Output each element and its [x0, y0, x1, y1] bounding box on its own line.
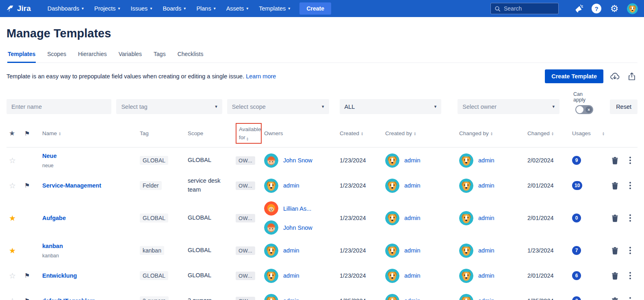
- search-input[interactable]: [504, 5, 553, 12]
- user-link[interactable]: admin: [404, 182, 421, 189]
- user-link[interactable]: admin: [283, 182, 299, 189]
- row-menu-button[interactable]: [622, 297, 637, 300]
- user-link[interactable]: Lillian As...: [283, 205, 311, 212]
- row-menu-button[interactable]: [622, 157, 637, 164]
- usages-badge[interactable]: 2: [572, 296, 581, 300]
- created-by-column-header[interactable]: Created by▲▼: [385, 130, 459, 136]
- user-link[interactable]: admin: [404, 157, 421, 164]
- create-button[interactable]: Create: [299, 2, 331, 15]
- template-name-link[interactable]: Aufgabe: [42, 215, 134, 221]
- usages-badge[interactable]: 0: [572, 214, 581, 222]
- tab-hierarchies[interactable]: Hierarchies: [78, 48, 107, 63]
- available-for-column-header[interactable]: Available for▲▼: [236, 123, 264, 144]
- scope-column-header[interactable]: Scope: [188, 130, 236, 136]
- available-for-chip[interactable]: OW...: [236, 272, 255, 280]
- delete-button[interactable]: [607, 297, 622, 300]
- megaphone-icon: [574, 4, 583, 13]
- import-button[interactable]: [609, 71, 620, 82]
- tab-tags[interactable]: Tags: [153, 48, 166, 63]
- favorite-star-icon[interactable]: ☆: [7, 271, 24, 281]
- row-menu-button[interactable]: [622, 182, 637, 189]
- usages-badge[interactable]: 6: [572, 271, 581, 280]
- learn-more-link[interactable]: Learn more: [246, 73, 276, 80]
- user-link[interactable]: admin: [478, 182, 494, 189]
- favorite-star-icon[interactable]: ☆: [7, 296, 24, 300]
- tab-variables[interactable]: Variables: [118, 48, 142, 63]
- tag-column-header[interactable]: Tag: [140, 130, 188, 136]
- name-filter-input[interactable]: [7, 99, 111, 114]
- favorite-star-icon[interactable]: ☆: [7, 156, 24, 165]
- delete-button[interactable]: [607, 157, 622, 164]
- create-template-button[interactable]: Create Template: [545, 69, 603, 83]
- available-for-chip[interactable]: OW...: [236, 246, 255, 255]
- nav-plans[interactable]: Plans▾: [192, 0, 220, 17]
- nav-assets[interactable]: Assets▾: [222, 0, 253, 17]
- usages-column-header[interactable]: Usages▲▼: [572, 130, 607, 136]
- template-name-link[interactable]: Service-Management: [42, 182, 134, 189]
- jira-logo[interactable]: Jira: [6, 4, 31, 13]
- help-button[interactable]: ?: [590, 2, 603, 15]
- tab-scopes[interactable]: Scopes: [47, 48, 67, 63]
- available-for-chip[interactable]: OW...: [236, 181, 255, 190]
- delete-button[interactable]: [607, 182, 622, 190]
- available-for-chip[interactable]: OW...: [236, 214, 255, 222]
- user-link[interactable]: admin: [283, 247, 299, 254]
- user-link[interactable]: admin: [478, 298, 494, 300]
- row-menu-button[interactable]: [622, 272, 637, 279]
- user-link[interactable]: admin: [478, 247, 494, 254]
- template-name-link[interactable]: default IT+problem: [42, 298, 134, 300]
- export-button[interactable]: [626, 71, 637, 82]
- user-link[interactable]: admin: [404, 215, 421, 221]
- favorite-star-icon[interactable]: ★: [7, 214, 24, 223]
- star-column-header[interactable]: ★: [7, 129, 24, 138]
- user-link[interactable]: admin: [478, 157, 494, 164]
- row-menu-button[interactable]: [622, 214, 637, 222]
- row-menu-button[interactable]: [622, 247, 637, 254]
- owner-filter-select[interactable]: Select owner▾: [458, 99, 559, 114]
- available-for-chip[interactable]: OW...: [236, 297, 255, 300]
- tag-filter-select[interactable]: Select tag▾: [116, 99, 222, 114]
- created-column-header[interactable]: Created▲▼: [340, 130, 385, 136]
- can-apply-toggle[interactable]: ×: [575, 105, 593, 114]
- nav-templates[interactable]: Templates▾: [254, 0, 295, 17]
- owners-column-header[interactable]: Owners: [264, 130, 340, 136]
- user-link[interactable]: admin: [478, 272, 494, 279]
- delete-button[interactable]: [607, 247, 622, 255]
- usages-badge[interactable]: 7: [572, 246, 581, 255]
- user-link[interactable]: admin: [404, 298, 421, 300]
- favorite-star-icon[interactable]: ★: [7, 246, 24, 255]
- usages-badge[interactable]: 9: [572, 156, 581, 165]
- template-name-link[interactable]: Entwicklung: [42, 272, 134, 279]
- usages-badge[interactable]: 10: [572, 181, 582, 190]
- user-link[interactable]: John Snow: [283, 224, 312, 231]
- nav-boards[interactable]: Boards▾: [158, 0, 190, 17]
- changed-by-column-header[interactable]: Changed by▲▼: [459, 130, 527, 136]
- type-filter-select[interactable]: ALL▾: [340, 99, 442, 114]
- changed-column-header[interactable]: Changed▲▼: [527, 130, 572, 136]
- name-column-header[interactable]: Name▲▼: [42, 130, 140, 136]
- reset-button[interactable]: Reset: [610, 99, 637, 114]
- template-name-link[interactable]: Neue: [42, 153, 134, 159]
- user-link[interactable]: admin: [404, 272, 421, 279]
- global-search[interactable]: [490, 3, 559, 14]
- user-link[interactable]: admin: [478, 215, 494, 221]
- nav-projects[interactable]: Projects▾: [90, 0, 124, 17]
- user-link[interactable]: John Snow: [283, 157, 312, 164]
- tab-checklists[interactable]: Checklists: [177, 48, 204, 63]
- delete-button[interactable]: [607, 272, 622, 280]
- favorite-star-icon[interactable]: ☆: [7, 181, 24, 190]
- user-link[interactable]: admin: [404, 247, 421, 254]
- tab-templates[interactable]: Templates: [7, 48, 36, 63]
- available-for-chip[interactable]: OW...: [236, 156, 255, 165]
- user-link[interactable]: admin: [283, 272, 299, 279]
- delete-button[interactable]: [607, 214, 622, 222]
- nav-dashboards[interactable]: Dashboards▾: [43, 0, 88, 17]
- scope-filter-select[interactable]: Select scope▾: [227, 99, 329, 114]
- user-link[interactable]: admin: [283, 298, 299, 300]
- settings-button[interactable]: ⚙: [608, 2, 620, 15]
- profile-button[interactable]: [626, 2, 638, 15]
- template-name-link[interactable]: kanban: [42, 243, 134, 249]
- flag-column-header[interactable]: ⚑: [24, 130, 42, 137]
- nav-issues[interactable]: Issues▾: [126, 0, 156, 17]
- announcements-button[interactable]: [572, 2, 585, 15]
